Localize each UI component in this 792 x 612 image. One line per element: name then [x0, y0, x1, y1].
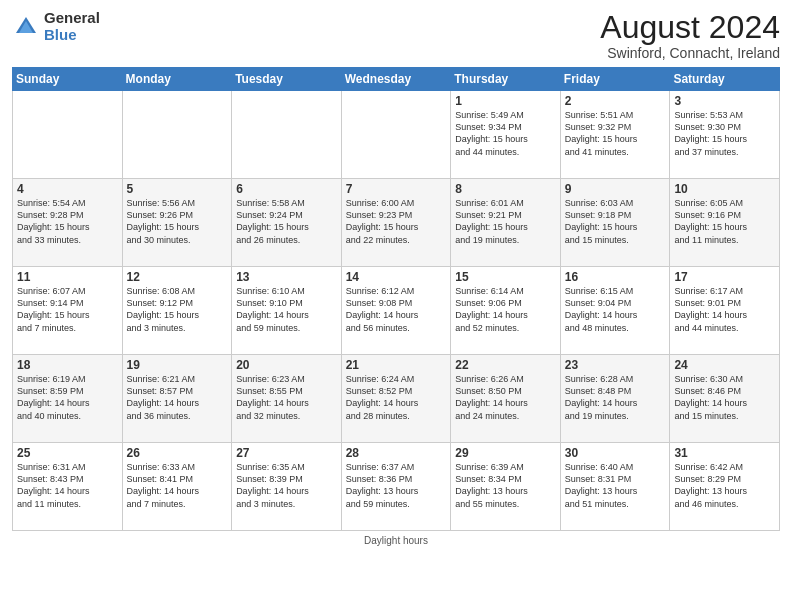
day-number: 17	[674, 270, 775, 284]
calendar-cell: 3Sunrise: 5:53 AM Sunset: 9:30 PM Daylig…	[670, 91, 780, 179]
day-info: Sunrise: 5:49 AM Sunset: 9:34 PM Dayligh…	[455, 109, 556, 158]
calendar-cell: 22Sunrise: 6:26 AM Sunset: 8:50 PM Dayli…	[451, 355, 561, 443]
day-info: Sunrise: 6:00 AM Sunset: 9:23 PM Dayligh…	[346, 197, 447, 246]
footer: Daylight hours	[12, 535, 780, 546]
day-number: 1	[455, 94, 556, 108]
day-number: 29	[455, 446, 556, 460]
day-info: Sunrise: 6:19 AM Sunset: 8:59 PM Dayligh…	[17, 373, 118, 422]
calendar-cell: 1Sunrise: 5:49 AM Sunset: 9:34 PM Daylig…	[451, 91, 561, 179]
calendar-cell	[13, 91, 123, 179]
page-subtitle: Swinford, Connacht, Ireland	[600, 45, 780, 61]
calendar-cell: 15Sunrise: 6:14 AM Sunset: 9:06 PM Dayli…	[451, 267, 561, 355]
day-info: Sunrise: 6:17 AM Sunset: 9:01 PM Dayligh…	[674, 285, 775, 334]
calendar-cell: 14Sunrise: 6:12 AM Sunset: 9:08 PM Dayli…	[341, 267, 451, 355]
day-info: Sunrise: 5:53 AM Sunset: 9:30 PM Dayligh…	[674, 109, 775, 158]
day-info: Sunrise: 6:40 AM Sunset: 8:31 PM Dayligh…	[565, 461, 666, 510]
day-info: Sunrise: 6:10 AM Sunset: 9:10 PM Dayligh…	[236, 285, 337, 334]
day-info: Sunrise: 6:42 AM Sunset: 8:29 PM Dayligh…	[674, 461, 775, 510]
day-number: 9	[565, 182, 666, 196]
calendar-cell: 23Sunrise: 6:28 AM Sunset: 8:48 PM Dayli…	[560, 355, 670, 443]
day-info: Sunrise: 6:39 AM Sunset: 8:34 PM Dayligh…	[455, 461, 556, 510]
calendar-cell: 29Sunrise: 6:39 AM Sunset: 8:34 PM Dayli…	[451, 443, 561, 531]
calendar-header-wednesday: Wednesday	[341, 68, 451, 91]
calendar-cell: 27Sunrise: 6:35 AM Sunset: 8:39 PM Dayli…	[232, 443, 342, 531]
calendar-cell: 25Sunrise: 6:31 AM Sunset: 8:43 PM Dayli…	[13, 443, 123, 531]
day-info: Sunrise: 6:15 AM Sunset: 9:04 PM Dayligh…	[565, 285, 666, 334]
day-number: 24	[674, 358, 775, 372]
calendar-header-thursday: Thursday	[451, 68, 561, 91]
calendar-cell: 2Sunrise: 5:51 AM Sunset: 9:32 PM Daylig…	[560, 91, 670, 179]
calendar-week-row: 18Sunrise: 6:19 AM Sunset: 8:59 PM Dayli…	[13, 355, 780, 443]
calendar-cell: 17Sunrise: 6:17 AM Sunset: 9:01 PM Dayli…	[670, 267, 780, 355]
day-number: 11	[17, 270, 118, 284]
page-container: General Blue August 2024 Swinford, Conna…	[0, 0, 792, 612]
day-number: 22	[455, 358, 556, 372]
calendar-week-row: 25Sunrise: 6:31 AM Sunset: 8:43 PM Dayli…	[13, 443, 780, 531]
calendar-cell: 16Sunrise: 6:15 AM Sunset: 9:04 PM Dayli…	[560, 267, 670, 355]
day-number: 10	[674, 182, 775, 196]
day-info: Sunrise: 5:56 AM Sunset: 9:26 PM Dayligh…	[127, 197, 228, 246]
day-number: 12	[127, 270, 228, 284]
day-number: 16	[565, 270, 666, 284]
calendar-cell: 13Sunrise: 6:10 AM Sunset: 9:10 PM Dayli…	[232, 267, 342, 355]
logo-general: General	[44, 10, 100, 27]
calendar-cell: 10Sunrise: 6:05 AM Sunset: 9:16 PM Dayli…	[670, 179, 780, 267]
logo-icon	[12, 13, 40, 41]
calendar-cell: 30Sunrise: 6:40 AM Sunset: 8:31 PM Dayli…	[560, 443, 670, 531]
day-number: 19	[127, 358, 228, 372]
day-number: 18	[17, 358, 118, 372]
day-number: 27	[236, 446, 337, 460]
calendar-cell: 6Sunrise: 5:58 AM Sunset: 9:24 PM Daylig…	[232, 179, 342, 267]
calendar-header-friday: Friday	[560, 68, 670, 91]
calendar-cell: 24Sunrise: 6:30 AM Sunset: 8:46 PM Dayli…	[670, 355, 780, 443]
day-info: Sunrise: 6:08 AM Sunset: 9:12 PM Dayligh…	[127, 285, 228, 334]
day-info: Sunrise: 6:31 AM Sunset: 8:43 PM Dayligh…	[17, 461, 118, 510]
calendar-cell: 12Sunrise: 6:08 AM Sunset: 9:12 PM Dayli…	[122, 267, 232, 355]
calendar-cell	[232, 91, 342, 179]
calendar-cell: 9Sunrise: 6:03 AM Sunset: 9:18 PM Daylig…	[560, 179, 670, 267]
calendar-cell: 28Sunrise: 6:37 AM Sunset: 8:36 PM Dayli…	[341, 443, 451, 531]
day-number: 26	[127, 446, 228, 460]
calendar-cell: 20Sunrise: 6:23 AM Sunset: 8:55 PM Dayli…	[232, 355, 342, 443]
calendar-week-row: 1Sunrise: 5:49 AM Sunset: 9:34 PM Daylig…	[13, 91, 780, 179]
day-info: Sunrise: 5:54 AM Sunset: 9:28 PM Dayligh…	[17, 197, 118, 246]
calendar-cell	[341, 91, 451, 179]
calendar-cell: 21Sunrise: 6:24 AM Sunset: 8:52 PM Dayli…	[341, 355, 451, 443]
day-number: 15	[455, 270, 556, 284]
page-title: August 2024	[600, 10, 780, 45]
logo-blue: Blue	[44, 27, 100, 44]
day-info: Sunrise: 6:03 AM Sunset: 9:18 PM Dayligh…	[565, 197, 666, 246]
day-number: 13	[236, 270, 337, 284]
day-info: Sunrise: 6:05 AM Sunset: 9:16 PM Dayligh…	[674, 197, 775, 246]
day-number: 3	[674, 94, 775, 108]
logo: General Blue	[12, 10, 100, 43]
day-number: 28	[346, 446, 447, 460]
day-info: Sunrise: 6:28 AM Sunset: 8:48 PM Dayligh…	[565, 373, 666, 422]
day-number: 14	[346, 270, 447, 284]
calendar-header-sunday: Sunday	[13, 68, 123, 91]
calendar-week-row: 11Sunrise: 6:07 AM Sunset: 9:14 PM Dayli…	[13, 267, 780, 355]
footer-text: Daylight hours	[364, 535, 428, 546]
day-info: Sunrise: 6:30 AM Sunset: 8:46 PM Dayligh…	[674, 373, 775, 422]
day-number: 31	[674, 446, 775, 460]
calendar-table: SundayMondayTuesdayWednesdayThursdayFrid…	[12, 67, 780, 531]
day-number: 25	[17, 446, 118, 460]
day-info: Sunrise: 6:14 AM Sunset: 9:06 PM Dayligh…	[455, 285, 556, 334]
day-info: Sunrise: 6:01 AM Sunset: 9:21 PM Dayligh…	[455, 197, 556, 246]
day-info: Sunrise: 6:35 AM Sunset: 8:39 PM Dayligh…	[236, 461, 337, 510]
day-info: Sunrise: 6:12 AM Sunset: 9:08 PM Dayligh…	[346, 285, 447, 334]
day-info: Sunrise: 6:21 AM Sunset: 8:57 PM Dayligh…	[127, 373, 228, 422]
calendar-cell: 4Sunrise: 5:54 AM Sunset: 9:28 PM Daylig…	[13, 179, 123, 267]
calendar-header-tuesday: Tuesday	[232, 68, 342, 91]
day-info: Sunrise: 6:07 AM Sunset: 9:14 PM Dayligh…	[17, 285, 118, 334]
calendar-cell: 19Sunrise: 6:21 AM Sunset: 8:57 PM Dayli…	[122, 355, 232, 443]
day-number: 2	[565, 94, 666, 108]
logo-text: General Blue	[44, 10, 100, 43]
day-number: 20	[236, 358, 337, 372]
day-number: 4	[17, 182, 118, 196]
day-info: Sunrise: 5:51 AM Sunset: 9:32 PM Dayligh…	[565, 109, 666, 158]
calendar-header-row: SundayMondayTuesdayWednesdayThursdayFrid…	[13, 68, 780, 91]
calendar-header-saturday: Saturday	[670, 68, 780, 91]
day-number: 23	[565, 358, 666, 372]
day-number: 6	[236, 182, 337, 196]
